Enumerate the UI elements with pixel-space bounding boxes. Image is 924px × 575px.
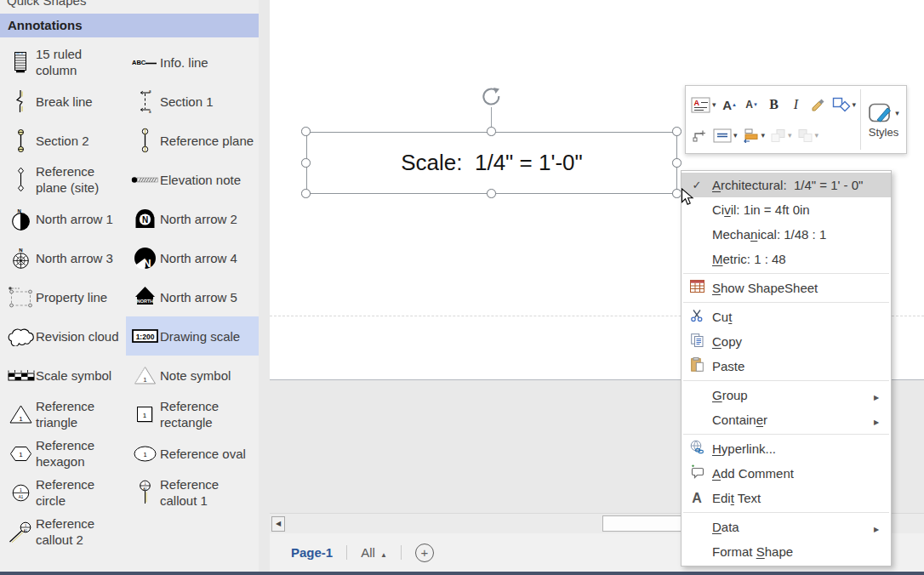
stencil-shape-reference-callout-2[interactable]: 1A1Reference callout 2 [2,512,126,551]
quick-shapes-section-header[interactable]: Quick Shapes [7,0,177,9]
stencil-shape-north-arrow-2[interactable]: NNorth arrow 2 [126,199,259,238]
menu-item-gutter [682,309,712,326]
panel-splitter[interactable] [259,0,270,572]
annotations-section-header[interactable]: Annotations [0,14,259,37]
menu-item-show-shapesheet[interactable]: Show ShapeSheet [682,276,891,300]
change-shape-button[interactable] [830,93,858,117]
svg-text:N: N [143,256,151,269]
selection-handle-mid-right[interactable] [672,158,682,168]
stencil-shape-reference-circle[interactable]: 1A1Reference circle [2,473,126,512]
svg-text:1: 1 [20,487,22,492]
menu-separator [683,380,889,381]
stencil-shape-property-line[interactable]: Property line [2,277,126,316]
svg-text:ABC: ABC [132,59,146,66]
shape-label: Elevation note [160,172,241,188]
stencil-shape-reference-callout-1[interactable]: 1A1Reference callout 1 [126,473,259,512]
stencil-shape-north-arrow-5[interactable]: NORTHNorth arrow 5 [126,277,259,316]
shape-label: Revision cloud [36,328,119,344]
stencil-shape-info-line[interactable]: ABCInfo. line [126,43,259,82]
send-backward-button[interactable] [796,123,821,147]
scroll-left-arrow-icon[interactable]: ◀ [271,516,285,532]
selection-handle-top-center[interactable] [487,127,496,136]
format-painter-button[interactable] [808,93,829,117]
stencil-shape-section-1[interactable]: aaSection 1 [126,82,259,121]
svg-text:1: 1 [142,411,146,418]
reference-circle-icon: 1A1 [5,483,36,503]
stencil-shape-reference-plane[interactable]: Reference plane [126,121,259,160]
selection-handle-bottom-left[interactable] [301,189,311,198]
shape-label: Reference callout 1 [160,476,257,509]
styles-button[interactable] [866,101,901,125]
menu-item-copy[interactable]: Copy [682,329,891,354]
grow-font-button[interactable]: A▲ [720,93,740,117]
align-indent-button[interactable] [741,123,767,147]
shape-grid: 15 ruled columnABCInfo. lineBreak lineaa… [2,43,259,551]
shape-label: Reference circle [36,476,124,509]
selection-handle-top-left[interactable] [301,127,311,136]
selection-handle-top-right[interactable] [672,127,682,136]
bring-forward-button[interactable] [768,123,794,147]
menu-item-group[interactable]: Group▶ [682,383,891,407]
paragraph-icon [713,128,732,143]
menu-item-add-comment[interactable]: Add Comment [682,461,891,486]
stencil-shape-section-2[interactable]: Section 2 [2,121,126,160]
menu-item-metric-1-48[interactable]: Metric: 1 : 48 [682,247,891,271]
north-arrow-1-icon: N [5,207,36,231]
menu-item-hyperlink[interactable]: Hyperlink... [682,436,891,461]
shape-text: Scale: 1/4" = 1'-0" [401,150,582,176]
menu-item-civil-1in-4ft-0in[interactable]: Civil: 1in = 4ft 0in [682,197,891,222]
selection-handle-bottom-center[interactable] [487,189,496,198]
shapesheet-icon [690,280,704,296]
north-arrow-2-icon: N [129,208,160,230]
stencil-shape-reference-plane-site[interactable]: Reference plane (site) [2,160,126,199]
shape-label: Scale symbol [36,367,111,384]
menu-item-cut[interactable]: Cut [682,305,891,329]
text-block-button[interactable]: A [689,93,718,117]
info-line-icon: ABC [129,57,160,68]
stencil-shape-reference-oval[interactable]: 1Reference oval [126,434,259,473]
rotation-handle-icon[interactable] [482,87,501,110]
stencil-shape-reference-hexagon[interactable]: 1Reference hexagon [2,434,126,473]
stencil-shape-north-arrow-4[interactable]: NNorth arrow 4 [126,238,259,277]
svg-text:1: 1 [143,450,146,458]
reference-rectangle-icon: 1 [129,405,160,424]
svg-text:A1: A1 [143,487,146,491]
menu-item-label: Data [712,520,874,534]
menu-item-paste[interactable]: Paste [682,354,891,379]
stencil-shape-revision-cloud[interactable]: Revision cloud [2,316,126,356]
stencil-shape-drawing-scale[interactable]: 1:200Drawing scale [126,316,259,356]
menu-item-edit-text[interactable]: AEdit Text [682,486,891,510]
drawing-scale-shape[interactable]: Scale: 1/4" = 1'-0" [306,132,677,194]
shrink-font-button[interactable]: A▼ [742,93,762,117]
menu-item-container[interactable]: Container▶ [682,407,891,432]
stencil-shape-15-ruled-column[interactable]: 15 ruled column [2,43,126,82]
add-page-button[interactable]: + [415,544,434,562]
stencil-shape-reference-rectangle[interactable]: 1Reference rectangle [126,395,259,434]
paragraph-button[interactable] [711,123,739,147]
stencil-shape-scale-symbol[interactable]: Scale symbol [2,356,126,395]
svg-text:a: a [149,89,151,94]
menu-item-gutter [682,440,712,458]
format-painter-icon [811,98,825,112]
selection-handle-mid-left[interactable] [301,158,311,168]
svg-text:1: 1 [19,450,23,458]
stencil-shape-note-symbol[interactable]: 1Note symbol [126,356,259,395]
paste-icon [691,357,704,375]
bold-button[interactable]: B [764,93,784,117]
shrink-font-caret-icon: ▼ [753,102,758,107]
tab-divider [346,545,347,560]
menu-item-mechanical-1-48-1[interactable]: Mechanical: 1/48 : 1 [682,222,891,247]
all-pages-button[interactable]: All [361,545,387,560]
stencil-shape-elevation-note[interactable]: Elevation note [126,160,259,199]
stencil-shape-break-line[interactable]: Break line [2,82,126,121]
menu-item-format-shape[interactable]: Format Shape [682,539,891,564]
stencil-shape-reference-triangle[interactable]: 1Reference triangle [2,395,126,434]
stencil-shape-north-arrow-1[interactable]: NNorth arrow 1 [2,199,126,238]
menu-item-label: Show ShapeSheet [712,281,874,295]
connector-button[interactable] [689,123,710,147]
italic-button[interactable]: I [786,93,807,117]
stencil-shape-north-arrow-3[interactable]: NNorth arrow 3 [2,238,126,277]
tab-page-1[interactable]: Page-1 [291,545,333,560]
menu-item-architectural-1-4-1-0[interactable]: ✓Architectural: 1/4" = 1' - 0" [682,173,891,197]
menu-item-data[interactable]: Data▶ [682,515,891,539]
